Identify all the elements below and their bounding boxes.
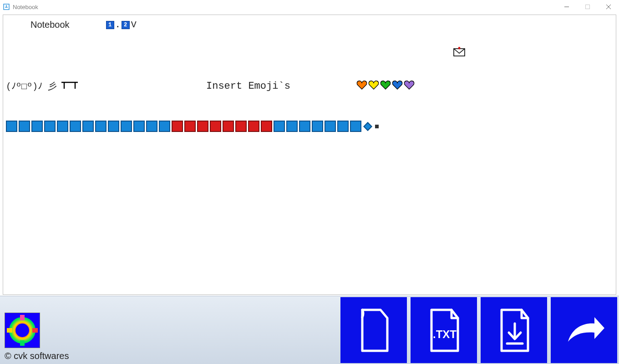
app-icon (3, 3, 10, 10)
color-square (223, 121, 234, 132)
heart-icon-purple[interactable] (404, 80, 415, 92)
bottom-right-tools: .TXT (340, 296, 619, 364)
color-square (70, 121, 81, 132)
txt-file-button[interactable]: .TXT (411, 297, 477, 363)
svg-rect-13 (20, 340, 25, 346)
version-dot: . (115, 20, 121, 30)
window-controls (556, 0, 619, 14)
color-square (184, 121, 196, 132)
share-button[interactable] (551, 297, 617, 363)
bottom-toolbar: © cvk softwares .TXT (0, 296, 619, 364)
color-square (286, 121, 298, 132)
color-square (210, 121, 221, 132)
titlebar: Notebook (0, 0, 619, 14)
bottom-left: © cvk softwares (0, 296, 73, 364)
heart-icon-yellow[interactable] (368, 80, 379, 92)
color-square (312, 121, 323, 132)
window-title: Notebook (13, 4, 38, 10)
version-major-box: 1 (106, 21, 114, 29)
color-square (235, 121, 247, 132)
heart-icon-orange[interactable] (356, 80, 367, 92)
color-square (197, 121, 208, 132)
insert-emoji-label[interactable]: Insert Emoji`s (206, 81, 290, 92)
header-row: Notebook 1 . 2 V (30, 20, 137, 30)
maximize-button[interactable] (577, 0, 598, 14)
content-area: Notebook 1 . 2 V (ﾉº□º)ﾉ 彡 Insert Emoji`… (3, 15, 616, 295)
download-button[interactable] (481, 297, 547, 363)
color-square (274, 121, 285, 132)
table-flip-icon (61, 80, 79, 92)
svg-rect-14 (7, 328, 12, 333)
color-square (172, 121, 183, 132)
color-square (325, 121, 336, 132)
small-square-icon (375, 125, 379, 128)
color-square (44, 121, 56, 132)
color-square (350, 121, 361, 132)
copyright-text: © cvk softwares (5, 351, 69, 361)
color-square (248, 121, 259, 132)
svg-point-11 (12, 320, 32, 340)
squares-row (6, 121, 379, 132)
color-square (95, 121, 107, 132)
color-square (159, 121, 170, 132)
color-square (299, 121, 310, 132)
color-square (6, 121, 17, 132)
color-square (31, 121, 43, 132)
version-suffix: V (131, 20, 137, 30)
svg-rect-4 (586, 5, 590, 9)
hearts-group (356, 80, 415, 92)
color-square (261, 121, 272, 132)
color-square (133, 121, 145, 132)
txt-label: .TXT (433, 328, 457, 340)
settings-logo-icon[interactable] (5, 313, 40, 348)
minimize-button[interactable] (556, 0, 577, 14)
svg-rect-15 (32, 328, 38, 333)
diamond-icon (363, 122, 372, 131)
color-square (121, 121, 132, 132)
heart-icon-green[interactable] (380, 80, 391, 92)
version-minor-box: 2 (122, 21, 130, 29)
color-square (337, 121, 349, 132)
kaomoji-text: (ﾉº□º)ﾉ 彡 (6, 80, 57, 92)
color-square (82, 121, 94, 132)
mail-icon[interactable] (453, 46, 466, 59)
color-square (19, 121, 30, 132)
color-square (146, 121, 157, 132)
close-button[interactable] (598, 0, 619, 14)
emoji-row: (ﾉº□º)ﾉ 彡 Insert Emoji`s (6, 77, 613, 95)
color-square (108, 121, 119, 132)
version-label: 1 . 2 V (106, 20, 137, 30)
new-file-button[interactable] (340, 297, 407, 363)
heart-icon-blue[interactable] (392, 80, 403, 92)
color-square (57, 121, 68, 132)
app-name-label: Notebook (30, 20, 70, 30)
svg-rect-12 (20, 315, 25, 320)
